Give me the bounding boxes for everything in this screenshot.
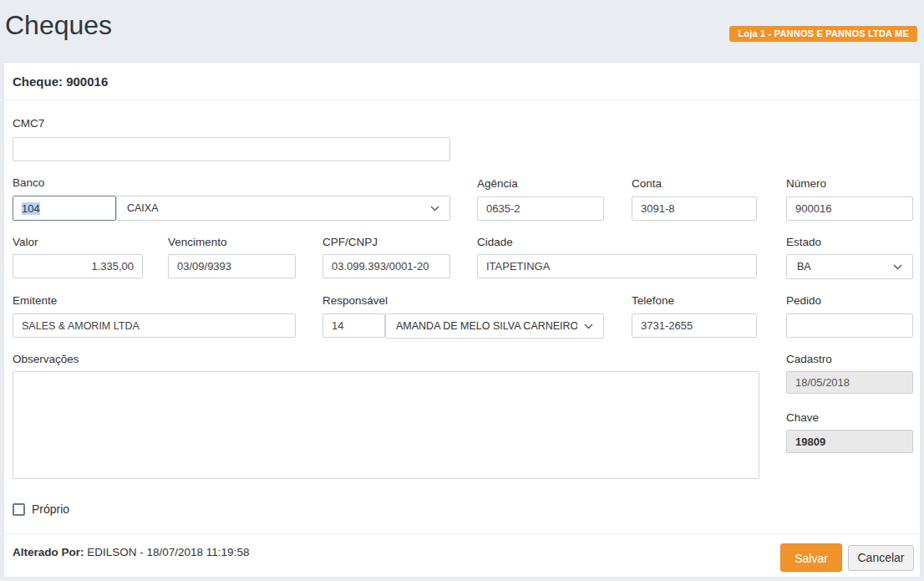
estado-select-value: BA [797, 261, 811, 273]
chave-label: Chave [786, 411, 819, 424]
agencia-input[interactable] [477, 196, 604, 221]
telefone-input[interactable] [632, 313, 757, 338]
chevron-down-icon [584, 324, 593, 329]
conta-input[interactable] [632, 196, 757, 221]
responsavel-select[interactable]: AMANDA DE MELO SILVA CARNEIRO [385, 313, 604, 339]
proprio-checkbox[interactable] [13, 503, 25, 516]
vencimento-input[interactable] [168, 254, 296, 278]
altered-by-text: Alterado Por: EDILSON - 18/07/2018 11:19… [13, 546, 249, 558]
conta-label: Conta [632, 177, 662, 190]
cpf-cnpj-input[interactable] [322, 254, 450, 278]
vencimento-label: Vencimento [168, 236, 227, 248]
observacoes-textarea[interactable] [13, 371, 759, 479]
banco-code-selected-text: 104 [22, 202, 40, 215]
cadastro-label: Cadastro [786, 353, 832, 365]
cadastro-input [786, 371, 913, 394]
chevron-down-icon [430, 206, 439, 212]
heading-divider [4, 99, 920, 100]
store-badge[interactable]: Loja 1 - PANNOS E PANNOS LTDA ME [729, 26, 917, 42]
proprio-checkbox-label[interactable]: Próprio [32, 502, 69, 516]
pedido-input[interactable] [786, 313, 913, 338]
valor-input[interactable] [13, 254, 143, 278]
banco-label: Banco [13, 176, 44, 189]
banco-code-input[interactable]: 104 [13, 196, 116, 221]
cpf-cnpj-label: CPF/CNPJ [322, 236, 378, 248]
estado-label: Estado [786, 236, 821, 248]
chave-input [786, 430, 913, 453]
cmc7-input[interactable] [13, 137, 450, 161]
banco-select[interactable]: CAIXA [116, 196, 450, 221]
cheques-page: Cheques Loja 1 - PANNOS E PANNOS LTDA ME… [0, 0, 924, 581]
responsavel-select-value: AMANDA DE MELO SILVA CARNEIRO [396, 320, 577, 332]
valor-label: Valor [13, 236, 38, 248]
numero-label: Número [786, 177, 826, 190]
altered-by-value: EDILSON - 18/07/2018 11:19:58 [84, 546, 250, 558]
emitente-label: Emitente [13, 294, 57, 307]
responsavel-label: Responsável [322, 294, 388, 307]
agencia-label: Agência [477, 177, 518, 190]
footer-divider [4, 533, 920, 534]
cmc7-label: CMC7 [13, 117, 44, 130]
cidade-input[interactable] [477, 254, 757, 278]
altered-by-label: Alterado Por: [13, 546, 84, 558]
chevron-down-icon [893, 264, 902, 270]
cheque-form-card: Cheque: 900016 CMC7 Banco 104 CAIXA Agên… [3, 62, 921, 578]
estado-select[interactable]: BA [786, 254, 913, 279]
page-title: Cheques [5, 10, 112, 41]
cheque-heading: Cheque: 900016 [13, 74, 108, 89]
cancel-button[interactable]: Cancelar [848, 545, 914, 571]
cidade-label: Cidade [477, 236, 513, 248]
emitente-input[interactable] [13, 313, 296, 338]
telefone-label: Telefone [632, 294, 674, 307]
save-button[interactable]: Salvar [780, 543, 842, 572]
observacoes-label: Observações [13, 353, 79, 365]
banco-select-value: CAIXA [127, 202, 159, 214]
pedido-label: Pedido [786, 294, 821, 307]
numero-input[interactable] [786, 196, 913, 221]
responsavel-code-input[interactable] [322, 313, 385, 338]
